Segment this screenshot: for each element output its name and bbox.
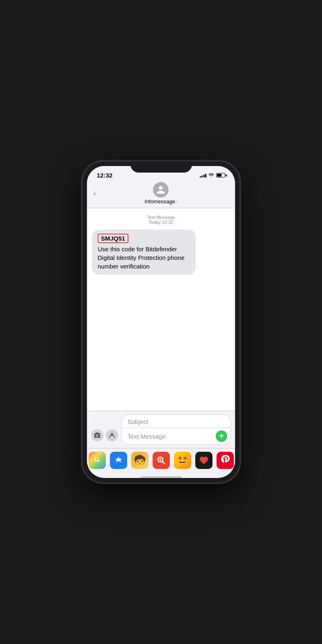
signal-bar-1 xyxy=(200,176,201,177)
back-button[interactable]: ‹ xyxy=(94,189,96,198)
signal-bars-icon xyxy=(200,173,207,177)
nav-bar: ‹ Infomessage › xyxy=(87,180,235,208)
timestamp-type: Text Message xyxy=(92,215,230,220)
battery-icon xyxy=(216,173,225,177)
contact-chevron-icon: › xyxy=(176,199,178,204)
app-icon-pinterest[interactable] xyxy=(217,452,234,469)
home-indicator xyxy=(141,476,182,478)
camera-icon xyxy=(94,432,100,438)
signal-bar-4 xyxy=(205,174,206,177)
appstore-button[interactable] xyxy=(106,429,118,441)
message-bubble: SMJQ51 Use this code for Bitdefender Dig… xyxy=(92,230,196,275)
text-input-box: Subject Text Message xyxy=(121,414,231,445)
input-area: Subject Text Message xyxy=(87,411,235,448)
photos-icon xyxy=(92,455,102,465)
app-icon-photos[interactable] xyxy=(89,452,106,469)
subject-field[interactable]: Subject xyxy=(122,415,231,428)
app-icon-search[interactable] xyxy=(153,452,170,469)
appstore-icon xyxy=(109,432,115,439)
svg-point-1 xyxy=(94,458,96,460)
send-icon xyxy=(219,433,224,439)
status-time: 12:32 xyxy=(97,172,112,179)
timestamp-time: Today 12:32 xyxy=(92,220,230,225)
contact-avatar xyxy=(153,182,169,198)
verification-code: SMJQ51 xyxy=(98,234,128,243)
appstore-dock-icon xyxy=(114,455,123,465)
signal-bar-3 xyxy=(203,175,205,177)
message-field-row: Text Message xyxy=(122,428,231,444)
send-button[interactable] xyxy=(216,430,227,442)
input-icons xyxy=(91,429,118,445)
phone-frame: 12:32 xyxy=(82,161,240,483)
message-row: SMJQ51 Use this code for Bitdefender Dig… xyxy=(92,230,230,275)
status-icons xyxy=(200,173,226,178)
camera-button[interactable] xyxy=(91,429,103,441)
person-icon xyxy=(156,185,166,195)
messages-area: Text Message Today 12:32 SMJQ51 Use this… xyxy=(87,208,235,411)
contact-name: Infomessage › xyxy=(144,198,177,205)
wifi-icon xyxy=(208,173,214,178)
message-field[interactable]: Text Message xyxy=(128,433,216,440)
app-icon-appstore[interactable] xyxy=(110,452,127,469)
notch xyxy=(130,161,192,173)
input-row: Subject Text Message xyxy=(91,414,231,445)
app-dock: 🧒 🤩 xyxy=(87,448,235,474)
back-chevron-icon: ‹ xyxy=(94,189,96,198)
svg-point-2 xyxy=(98,457,99,459)
app-icon-sunglasses[interactable]: 🤩 xyxy=(174,452,191,469)
app-icon-memoji[interactable]: 🧒 xyxy=(131,452,148,469)
app-icon-heart[interactable] xyxy=(195,452,212,469)
message-timestamp: Text Message Today 12:32 xyxy=(92,215,230,225)
heart-icon xyxy=(199,455,209,465)
signal-bar-2 xyxy=(201,175,203,177)
message-body: Use this code for Bitdefender Digital Id… xyxy=(98,245,190,271)
phone-screen: 12:32 xyxy=(87,166,235,478)
pinterest-icon xyxy=(221,455,230,466)
svg-point-0 xyxy=(96,435,98,437)
contact-name-text: Infomessage xyxy=(144,198,175,205)
search-dock-icon xyxy=(157,456,166,465)
contact-info[interactable]: Infomessage › xyxy=(144,182,177,205)
battery-fill xyxy=(217,174,222,177)
